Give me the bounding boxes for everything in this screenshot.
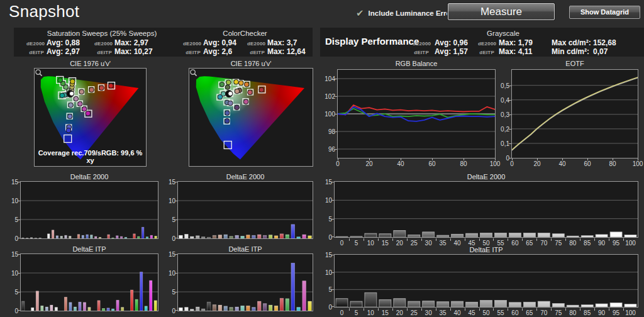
tick-mark — [18, 254, 20, 255]
cie-diagram: Coverage rec.709/sRGB: 99,6 % xy — [34, 68, 147, 167]
tick-mark — [175, 182, 177, 182]
x-tick-label: 80 — [565, 309, 580, 316]
bar-plot — [334, 254, 638, 308]
tick-mark — [580, 238, 580, 241]
bar-plot — [177, 181, 313, 239]
x-tick-label: 20 — [392, 309, 407, 316]
tick-mark — [18, 201, 20, 201]
stat-value: Max: 1,79 — [499, 38, 533, 47]
stat-value: 152,68 — [593, 38, 616, 47]
stat-label: dE2000 — [413, 41, 429, 47]
include-luminance-error-checkbox[interactable]: ✔ Include Luminance Error — [356, 8, 453, 18]
stat-value: Avg: 0,94 — [203, 38, 236, 47]
tick-mark — [175, 292, 177, 292]
y-tick-label: 5 — [316, 286, 332, 293]
y-tick-label: 96 — [319, 146, 335, 153]
zoom-icon[interactable] — [35, 69, 43, 77]
tick-mark — [18, 310, 20, 311]
tick-mark — [594, 308, 595, 311]
y-tick-label: 5 — [2, 289, 18, 296]
tick-mark — [562, 158, 563, 160]
y-tick-label: 104 — [319, 75, 335, 82]
x-tick-label: 0 — [330, 160, 345, 167]
tick-mark — [536, 238, 537, 241]
y-tick-label: 0 — [2, 235, 18, 242]
summary-panel-left: Saturation Sweeps (25% Sweeps) dE2000 Av… — [14, 28, 313, 57]
tick-mark — [392, 308, 393, 311]
x-tick-label: 40 — [393, 160, 408, 167]
zoom-icon[interactable] — [189, 69, 197, 77]
eotf-chart: EOTF 00,10,20,30,40,5020406080100 — [494, 60, 644, 168]
tick-mark — [551, 238, 552, 241]
tick-mark — [18, 273, 20, 274]
stat-label: dEITP — [26, 50, 44, 55]
x-tick-label: 90 — [594, 309, 609, 316]
chart-title: DeltaE 2000 — [177, 173, 313, 181]
chart-title: DeltaE ITP — [334, 246, 638, 254]
y-tick-label: 0,4 — [493, 97, 509, 104]
y-tick-label: 0 — [316, 304, 332, 311]
tick-mark — [175, 273, 177, 274]
x-tick-label: 65 — [522, 309, 536, 316]
tick-mark — [335, 114, 337, 114]
coverage-label: Coverage rec.709/sRGB: 99,6 % xy — [35, 149, 146, 164]
y-tick-label: 15 — [159, 251, 175, 258]
colorchecker-deitp-chart: DeltaE ITP 051015 — [162, 245, 317, 316]
y-tick-label: 0 — [159, 235, 175, 242]
chart-canvas — [21, 182, 158, 238]
y-tick-label: 0,1 — [493, 140, 509, 147]
tick-mark — [175, 238, 177, 238]
tick-mark — [349, 238, 350, 241]
tick-mark — [407, 308, 408, 311]
bar-plot — [177, 253, 313, 311]
x-tick-label: 20 — [530, 160, 545, 167]
tick-mark — [509, 100, 511, 101]
stat-value: Max: 3,7 — [267, 38, 297, 47]
tick-mark — [580, 308, 580, 311]
tick-mark — [335, 79, 337, 79]
stat-value: 0,07 — [593, 47, 608, 56]
y-tick-label: 0 — [316, 234, 332, 241]
y-tick-label: 10 — [159, 197, 175, 204]
x-tick-label: 5 — [349, 309, 364, 316]
measure-button[interactable]: Measure — [448, 3, 555, 20]
tick-mark — [509, 114, 511, 115]
checkmark-icon: ✔ — [356, 8, 364, 18]
tick-mark — [175, 220, 177, 220]
tick-mark — [364, 238, 364, 241]
tick-mark — [331, 289, 334, 290]
y-tick-label: 5 — [316, 216, 332, 223]
tick-mark — [436, 238, 436, 241]
chart-title: DeltaE ITP — [177, 245, 313, 253]
tick-mark — [465, 238, 465, 241]
tick-mark — [493, 238, 494, 241]
stat-value: Avg: 0,88 — [47, 38, 80, 47]
tick-mark — [623, 308, 624, 311]
tick-mark — [18, 238, 20, 238]
tick-mark — [465, 308, 465, 311]
y-tick-label: 15 — [2, 251, 18, 258]
chart-title: DeltaE 2000 — [20, 173, 158, 181]
stat-label: dE2000 — [247, 41, 265, 47]
x-tick-label: 55 — [493, 309, 508, 316]
section-title: ColorChecker — [190, 30, 300, 37]
grayscale-deitp-chart: DeltaE ITP 05101505101520253035404550556… — [319, 246, 642, 317]
x-tick-label: 75 — [551, 309, 565, 316]
y-tick-label: 10 — [2, 197, 18, 204]
y-tick-label: 5 — [159, 216, 175, 223]
x-tick-label: 15 — [378, 309, 392, 316]
y-tick-label: 0,3 — [493, 111, 509, 118]
tick-mark — [378, 238, 379, 241]
saturation-de2000-chart: DeltaE 2000 051015 — [5, 173, 162, 243]
tick-mark — [349, 308, 350, 311]
chart-canvas — [338, 70, 495, 158]
x-tick-label: 70 — [536, 309, 551, 316]
tick-mark — [623, 238, 624, 241]
show-datagrid-button[interactable]: Show Datagrid — [569, 6, 640, 19]
x-tick-label: 80 — [605, 160, 620, 167]
chart-canvas — [512, 70, 638, 158]
stat-label: Max cd/m²: — [552, 38, 591, 47]
tick-mark — [421, 308, 422, 311]
y-tick-label: 5 — [159, 289, 175, 296]
stat-value: Max: 12,64 — [267, 47, 306, 56]
